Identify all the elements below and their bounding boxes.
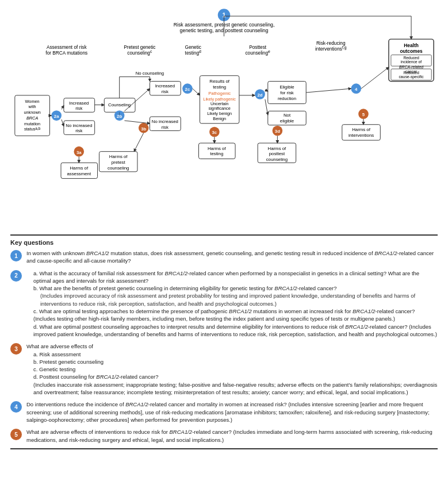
- reduced-incidence-text2: incidence of: [401, 60, 422, 64]
- no-counseling-text: No counseling: [136, 71, 164, 76]
- health-outcomes-label2: outcomes: [400, 48, 423, 54]
- women-text3: unknown: [24, 110, 40, 115]
- arrow-2a-increased: [62, 105, 64, 109]
- reduced-incidence-text3: BRCA-related: [399, 65, 423, 69]
- harms-assessment-text1: Harms of: [70, 165, 89, 171]
- arrow-2d-eligible: [265, 90, 268, 91]
- results-text-likely-path: Likely pathogenic: [203, 97, 236, 102]
- arrow-2c-results: [193, 88, 200, 95]
- diagram-area: 1 Risk assessment, pretest genetic couns…: [10, 6, 438, 230]
- col-header-4b: counselinge: [245, 49, 270, 56]
- kq-item-5: 5 What are adverse effects of interventi…: [10, 428, 438, 444]
- harms-assessment-text2: assessment: [67, 171, 91, 176]
- increased-risk2-text1: Increased: [155, 83, 175, 88]
- arrow-2a-noincreased: [62, 120, 64, 126]
- harms-posttest-text2: posttest: [269, 152, 285, 157]
- no-increased2-text1: No increased: [152, 119, 178, 124]
- arrow-eligible-4: [306, 88, 351, 93]
- col-header-3b: testingd: [185, 49, 201, 56]
- harms-posttest-text3: counseling: [266, 157, 288, 162]
- not-eligible-text2: eligible: [280, 118, 294, 124]
- kq-item-3: 3 What are adverse effects of a. Risk as…: [10, 342, 438, 396]
- women-text1: Women: [25, 99, 40, 104]
- harms-interventions-text2: interventions: [349, 133, 374, 138]
- col-header-2b: counselingc: [127, 49, 152, 56]
- no-increased-risk-text2: risk: [75, 128, 82, 133]
- kq-badge-4: 4: [10, 401, 22, 413]
- node-3c-label: 3c: [212, 130, 217, 135]
- kq-text-5: What are adverse effects of intervention…: [26, 428, 438, 444]
- col-header-4: Posttest: [249, 44, 267, 50]
- arrow-4-health: [361, 67, 389, 88]
- node-2a-label: 2a: [54, 114, 59, 119]
- arrow-2b-noincreased2: [124, 121, 150, 124]
- results-text-significance: significance: [209, 106, 231, 111]
- results-text-benign: Benign: [213, 116, 226, 121]
- harms-testing-text2: testing: [210, 152, 223, 157]
- health-outcomes-label: Health: [404, 43, 418, 48]
- node-2c-label: 2c: [185, 87, 190, 92]
- key-questions-title: Key questions: [10, 239, 438, 246]
- harms-interventions-text1: Harms of: [352, 127, 371, 132]
- results-text0: Results of: [209, 79, 230, 84]
- kq-badge-2: 2: [10, 270, 22, 282]
- kq-text-3: What are adverse effects of a. Risk asse…: [26, 342, 438, 396]
- arrow-no-counseling: [120, 77, 150, 98]
- not-eligible-text1: Not: [284, 113, 291, 118]
- harms-posttest-text1: Harms of: [268, 146, 287, 151]
- women-text6: statusa,b: [24, 126, 41, 132]
- women-text2: with: [28, 104, 36, 109]
- eligible-text3: reduction: [278, 96, 296, 101]
- counseling-text: Counseling: [108, 102, 131, 107]
- kq-item-4: 4 Do interventions reduce the incidence …: [10, 401, 438, 424]
- eligible-text1: Eligible: [279, 84, 294, 90]
- harms-pretest-text2: pretest: [112, 160, 126, 165]
- node-3b-label: 3b: [141, 126, 146, 132]
- arrow-2d-noteligible: [265, 99, 268, 115]
- col-header-1b: for BRCA mutations: [45, 50, 87, 56]
- arrow-2b-increased2: [124, 88, 150, 111]
- reduced-mortality-text2: cause-specific: [399, 75, 424, 79]
- flow-diagram: 1 Risk assessment, pretest genetic couns…: [10, 6, 438, 230]
- kq-badge-3: 3: [10, 343, 22, 355]
- kq-item-1: 1 In women with unknown BRCA1/2 mutation…: [10, 249, 438, 265]
- key-questions-section: Key questions 1 In women with unknown BR…: [10, 234, 438, 449]
- results-text1: testing: [213, 84, 226, 90]
- harms-pretest-text3: counseling: [108, 165, 129, 171]
- kq-text-2: a. What is the accuracy of familial risk…: [26, 270, 438, 338]
- eligible-text2: for risk: [280, 90, 294, 95]
- node-4-label: 4: [355, 87, 358, 92]
- kq-item-2: 2 a. What is the accuracy of familial ri…: [10, 270, 438, 338]
- node-2d-label: 2d: [258, 93, 263, 98]
- node-5-label: 5: [362, 112, 365, 117]
- increased-risk-text1: Increased: [69, 101, 89, 106]
- kq-badge-1: 1: [10, 250, 22, 261]
- harms-pretest-text1: Harms of: [109, 154, 128, 159]
- arrow-3b-harms: [134, 133, 144, 151]
- node-3a-label: 3a: [76, 150, 82, 155]
- no-increased-risk-text1: No increased: [66, 123, 92, 128]
- col-header-5: Risk-reducing: [316, 40, 346, 46]
- no-increased2-text2: risk: [162, 125, 169, 130]
- node-3d-label: 3d: [275, 129, 280, 134]
- results-text-pathogenic: Pathogenic: [208, 91, 231, 96]
- results-text-likely-benign: Likely benign: [207, 111, 232, 116]
- women-text4: BRCA: [26, 116, 38, 121]
- increased-risk-text2: risk: [75, 106, 82, 111]
- women-text5: mutation: [24, 121, 40, 126]
- kq-text-4: Do interventions reduce the incidence of…: [26, 401, 438, 424]
- kq-badge-5: 5: [10, 429, 22, 440]
- col-header-5b: interventionsf,g: [315, 45, 347, 52]
- kq-text-1: In women with unknown BRCA1/2 mutation s…: [26, 249, 438, 265]
- bottom-border: [10, 448, 438, 449]
- harms-testing-text1: Harms of: [208, 146, 227, 151]
- col-header-1: Assessment of risk: [47, 44, 87, 50]
- increased-risk2-text2: risk: [162, 89, 169, 94]
